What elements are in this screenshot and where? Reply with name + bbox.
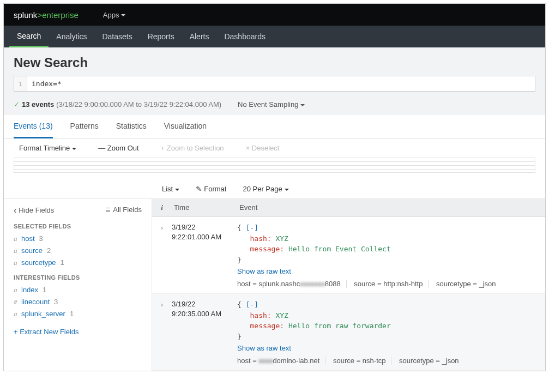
interesting-fields-header: INTERESTING FIELDS [14,274,142,281]
brand-logo: splunk>enterprise [14,10,79,20]
global-topbar: splunk>enterprise Apps [4,4,545,26]
nav-search[interactable]: Search [9,26,49,47]
show-raw-text-link[interactable]: Show as raw text [237,267,291,275]
format-timeline-button[interactable]: Format Timeline [19,144,76,152]
check-icon: ✓ [14,100,20,108]
field-linecount[interactable]: #linecount3 [14,296,142,308]
timeline-strip[interactable] [14,158,535,173]
tab-visualization[interactable]: Visualization [164,115,207,138]
main-content: Hide Fields All Fields SELECTED FIELDS a… [4,198,545,371]
event-sampling-label: No Event Sampling [238,100,298,108]
event-row: › 3/19/22 9:22:01.000 AM { [-] hash: XYZ… [152,217,545,294]
col-header-info[interactable]: i [152,199,172,216]
search-status-bar: ✓ 13 events (3/18/22 9:00:00.000 AM to 3… [4,97,545,115]
event-row: › 3/19/22 9:20:35.000 AM { [-] hash: XYZ… [152,294,545,371]
json-collapse-toggle[interactable]: [-] [246,224,258,232]
event-sampling-menu[interactable]: No Event Sampling [238,100,305,108]
all-fields-button[interactable]: All Fields [105,206,142,215]
event-time-range: (3/18/22 9:00:00.000 AM to 3/19/22 9:22:… [56,100,221,108]
event-meta: host = splunk.nashcxxxxxxx8088 source = … [237,280,545,288]
search-line-gutter: 1 [14,76,27,91]
events-table: i Time Event › 3/19/22 9:22:01.000 AM { … [152,199,545,371]
tab-events[interactable]: Events (13) [14,115,53,138]
event-host[interactable]: host = splunk.nashcxxxxxxx8088 [237,280,347,288]
selected-fields-header: SELECTED FIELDS [14,223,142,230]
brand-part1: splunk [14,10,37,20]
list-view-menu[interactable]: List [162,185,179,193]
page-title: New Search [14,55,535,70]
event-body: { [-] hash: XYZ message: Hello from raw … [237,299,545,365]
event-body: { [-] hash: XYZ message: Hello from Even… [237,222,545,288]
nav-alerts[interactable]: Alerts [182,26,217,47]
event-list-toolbar: List Format 20 Per Page [152,178,545,198]
event-source[interactable]: source = nsh-tcp [328,357,391,365]
nav-dashboards[interactable]: Dashboards [216,26,273,47]
event-meta: host = xxxxdomino-lab.net source = nsh-t… [237,357,545,365]
zoom-to-selection-button: + Zoom to Selection [161,144,224,152]
tab-patterns[interactable]: Patterns [70,115,99,138]
caret-down-icon [72,148,76,150]
nav-reports[interactable]: Reports [140,26,182,47]
tab-statistics[interactable]: Statistics [116,115,147,138]
brand-chevron: > [37,10,42,20]
field-sourcetype[interactable]: asourcetype1 [14,257,142,269]
result-tabs: Events (13) Patterns Statistics Visualiz… [4,115,545,138]
show-raw-text-link[interactable]: Show as raw text [237,344,291,352]
event-host[interactable]: host = xxxxdomino-lab.net [237,357,325,365]
apps-menu-label: Apps [103,11,119,19]
json-collapse-toggle[interactable]: [-] [246,300,258,309]
col-header-time[interactable]: Time [172,199,237,216]
field-host[interactable]: ahost3 [14,233,142,245]
field-splunk-server[interactable]: asplunk_server1 [14,308,142,320]
apps-menu[interactable]: Apps [103,11,126,19]
caret-down-icon [175,189,179,191]
zoom-out-button[interactable]: — Zoom Out [98,144,138,152]
nav-datasets[interactable]: Datasets [94,26,140,47]
extract-new-fields-link[interactable]: + Extract New Fields [14,328,142,336]
events-table-header: i Time Event [152,199,545,217]
search-input[interactable] [27,76,535,91]
timeline-toolbar: Format Timeline — Zoom Out + Zoom to Sel… [4,138,545,158]
format-events-button[interactable]: Format [196,185,226,193]
page-header: New Search [4,47,545,76]
per-page-menu[interactable]: 20 Per Page [243,185,288,193]
field-source[interactable]: asource2 [14,245,142,257]
brand-part2: enterprise [42,10,79,20]
col-header-event[interactable]: Event [237,199,545,216]
caret-down-icon [285,189,289,191]
caret-down-icon [121,14,125,16]
nav-analytics[interactable]: Analytics [49,26,94,47]
app-navbar: Search Analytics Datasets Reports Alerts… [4,26,545,47]
hide-fields-button[interactable]: Hide Fields [14,206,54,215]
expand-row-icon[interactable]: › [152,222,172,288]
event-count: 13 events [22,100,54,108]
event-source[interactable]: source = http:nsh-http [348,280,429,288]
event-sourcetype[interactable]: sourcetype = _json [431,280,501,288]
caret-down-icon [300,104,305,106]
event-json: { [-] hash: XYZ message: Hello from raw … [237,299,545,342]
event-json: { [-] hash: XYZ message: Hello from Even… [237,222,545,265]
search-box: 1 [14,76,535,92]
expand-row-icon[interactable]: › [152,299,172,365]
event-timestamp: 3/19/22 9:22:01.000 AM [172,222,237,288]
field-index[interactable]: aindex1 [14,284,142,296]
search-area: 1 [4,76,545,97]
event-timestamp: 3/19/22 9:20:35.000 AM [172,299,237,365]
fields-sidebar: Hide Fields All Fields SELECTED FIELDS a… [4,199,152,371]
event-sourcetype[interactable]: sourcetype = _json [394,357,464,365]
deselect-button: × Deselect [246,144,280,152]
